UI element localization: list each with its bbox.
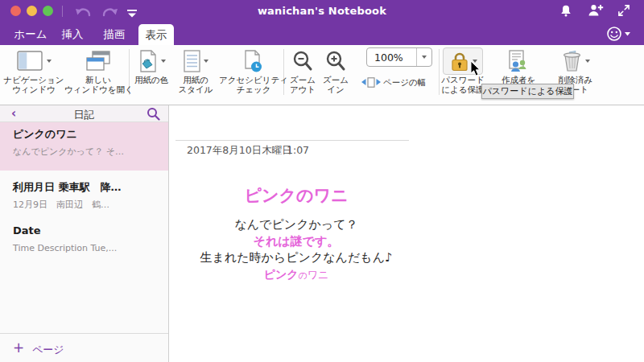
button-label: ウィンドウを開く <box>64 85 132 95</box>
open-new-window-button[interactable]: 新しい ウィンドウを開く <box>64 47 132 94</box>
dropdown-caret-icon <box>204 60 208 63</box>
feedback-smiley-button[interactable] <box>605 26 633 42</box>
lock-icon <box>449 51 470 72</box>
authors-icon <box>507 50 530 73</box>
paper-style-button[interactable]: 用紙の スタイル <box>175 47 216 94</box>
page-title-rule <box>175 140 409 141</box>
zoom-out-icon <box>291 50 314 72</box>
zoom-level-combobox[interactable]: 100% <box>366 47 432 67</box>
fullscreen-button[interactable] <box>617 4 634 19</box>
add-page-button[interactable]: + ページ <box>0 333 168 362</box>
dropdown-caret-icon <box>161 60 166 63</box>
page-list-item[interactable]: 利用月日 乗車駅 降… 12月9日 南田辺 鶴… <box>0 175 168 220</box>
dropdown-caret-icon <box>585 60 590 63</box>
dropdown-caret-icon <box>473 60 477 63</box>
page-list-item[interactable]: Date Time Description Tue,... <box>0 220 168 264</box>
button-label: ウィンドウ <box>2 85 66 95</box>
window-title: wanichan's Notebook <box>0 5 644 17</box>
accessibility-check-icon <box>243 50 264 73</box>
tab-home[interactable]: ホーム <box>11 23 50 45</box>
paper-color-button[interactable]: 用紙の色 <box>132 47 171 85</box>
button-label: スタイル <box>175 85 216 95</box>
bell-icon <box>559 4 572 18</box>
page-title: 利用月日 乗車駅 降… <box>13 180 122 195</box>
page-preview: Time Description Tue,... <box>13 243 117 253</box>
new-window-icon <box>85 51 111 72</box>
button-label: ナビゲーション <box>2 76 66 85</box>
page-title: Date <box>13 224 41 237</box>
sidebar-header: ‹ 日記 <box>0 105 168 122</box>
button-label: パスワード <box>441 76 485 85</box>
note-canvas[interactable]: 2017年8月10日木曜日 1:07 ピンクのワニ なんでピンクかって？ それは… <box>169 105 644 362</box>
zoom-level-value: 100% <box>374 51 403 64</box>
button-label: 用紙の <box>175 76 216 85</box>
tab-insert[interactable]: 挿入 <box>58 23 87 45</box>
tab-view-active[interactable]: 表示 <box>138 24 174 45</box>
paper-style-icon <box>184 50 201 72</box>
note-text-segment: ピンク <box>264 268 299 281</box>
page-date[interactable]: 2017年8月10日木曜日 <box>187 144 292 158</box>
dropdown-caret-icon <box>47 60 52 63</box>
button-label: 新しい <box>64 76 132 85</box>
zoom-in-button[interactable]: ズーム イン <box>320 47 351 94</box>
note-text-block[interactable]: ピンクのワニ なんでピンクかって？ それは謎です。 生まれた時からピンクなんだも… <box>175 185 417 284</box>
navigation-window-icon <box>17 51 44 72</box>
note-line[interactable]: なんでピンクかって？ <box>175 216 417 233</box>
plus-icon: + <box>13 339 24 356</box>
ribbon-tab-bar: ホーム 挿入 描画 表示 <box>0 23 644 45</box>
search-button[interactable] <box>147 107 160 121</box>
note-text-segment: の <box>299 270 308 281</box>
combobox-caret-button[interactable] <box>416 48 431 66</box>
page-width-button[interactable]: ページの幅 <box>361 76 442 88</box>
tab-draw[interactable]: 描画 <box>98 23 130 45</box>
note-text-segment: ワニ <box>308 269 329 281</box>
navigation-window-button[interactable]: ナビゲーション ウィンドウ <box>2 47 66 94</box>
paper-color-icon <box>138 50 159 72</box>
zoom-in-icon <box>324 50 347 72</box>
note-line-pink[interactable]: それは謎です。 <box>175 233 417 250</box>
password-protect-button[interactable]: パスワード による保護 <box>441 47 485 94</box>
page-preview: 12月9日 南田辺 鶴… <box>13 199 109 211</box>
add-user-icon <box>588 4 604 17</box>
accessibility-check-button[interactable]: アクセシビリティ チェック <box>219 47 288 94</box>
button-label: ズーム <box>320 76 351 85</box>
title-bar: wanichan's Notebook <box>0 0 644 23</box>
search-icon <box>147 107 160 121</box>
page-width-icon <box>361 77 381 88</box>
button-label: アクセシビリティ <box>219 76 288 85</box>
expand-arrows-icon <box>617 4 630 17</box>
button-label: 用紙の色 <box>132 76 171 85</box>
note-line-pink[interactable]: ピンクのワニ <box>175 266 417 285</box>
add-page-label: ページ <box>32 343 64 357</box>
button-label: アウト <box>286 85 320 95</box>
note-line[interactable]: 生まれた時からピンクなんだもん♪ <box>175 249 417 266</box>
page-time[interactable]: 1:07 <box>287 144 309 156</box>
page-list-item-selected[interactable]: ピンクのワニ なんでピンクかって？ そ… <box>0 122 168 171</box>
dropdown-caret-icon <box>422 56 427 59</box>
zoom-out-button[interactable]: ズーム アウト <box>286 47 320 94</box>
trash-icon <box>562 50 583 72</box>
button-label: ページの幅 <box>383 78 426 88</box>
button-label: ズーム <box>286 76 320 85</box>
notifications-button[interactable] <box>559 4 576 19</box>
button-label: による保護 <box>441 85 485 95</box>
page-preview: なんでピンクかって？ そ… <box>13 146 124 158</box>
smiley-icon <box>605 26 633 42</box>
note-heading[interactable]: ピンクのワニ <box>175 185 417 206</box>
button-label: イン <box>320 85 351 95</box>
button-label: チェック <box>219 85 288 95</box>
page-list-sidebar: ‹ 日記 ピンクのワニ なんでピンクかって？ そ… 利用月日 乗車駅 降… 12… <box>0 105 169 362</box>
section-title: 日記 <box>0 108 168 122</box>
page-title: ピンクのワニ <box>13 127 77 142</box>
share-add-user-button[interactable] <box>588 4 604 19</box>
tooltip: パスワードによる保護 <box>481 84 574 99</box>
